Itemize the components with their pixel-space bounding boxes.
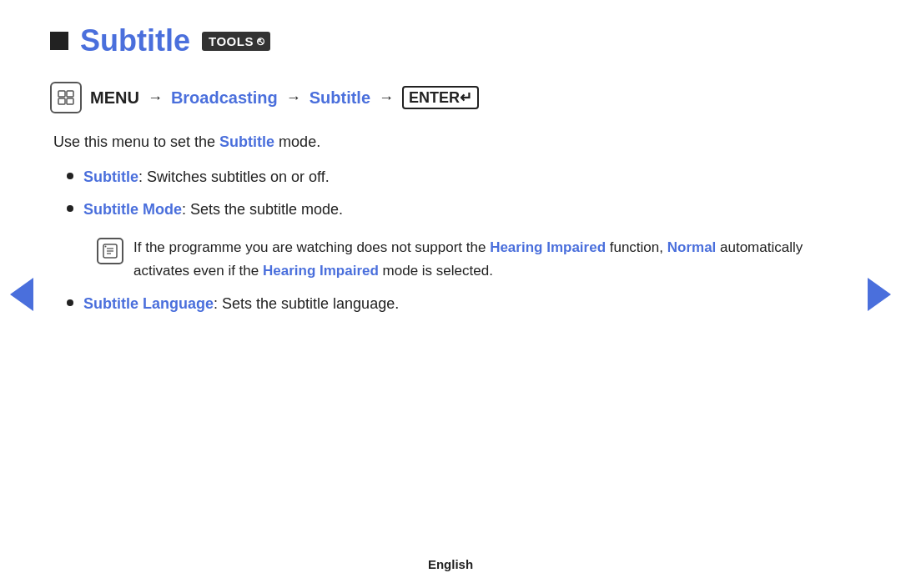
bullet-dot: [67, 173, 73, 179]
menu-icon: [50, 82, 82, 113]
note-hearing-impaired-1: Hearing Impaired: [490, 239, 606, 255]
list-item: Subtitle Mode: Sets the subtitle mode. I…: [67, 199, 834, 283]
footer-language: English: [428, 557, 473, 571]
enter-label: ENTER: [409, 89, 460, 107]
note-hearing-impaired-2: Hearing Impaired: [263, 263, 379, 279]
title-square-icon: [50, 32, 68, 50]
bullet-dot: [67, 205, 73, 212]
svg-point-8: [105, 246, 107, 248]
breadcrumb: MENU → Broadcasting → Subtitle → ENTER↵: [50, 82, 834, 113]
intro-highlight: Subtitle: [219, 133, 274, 150]
intro-before: Use this menu to set the: [53, 133, 219, 150]
breadcrumb-arrow-2: →: [286, 89, 301, 107]
list-item-text: Subtitle Mode: Sets the subtitle mode.: [83, 199, 343, 221]
tools-badge: TOOLS ⎋: [202, 32, 270, 51]
breadcrumb-subtitle: Subtitle: [310, 88, 370, 108]
svg-rect-2: [58, 98, 65, 104]
list-item: Subtitle Language: Sets the subtitle lan…: [67, 293, 834, 315]
list-item-text: Subtitle Language: Sets the subtitle lan…: [83, 293, 399, 315]
intro-text: Use this menu to set the Subtitle mode.: [53, 133, 834, 151]
svg-rect-1: [67, 91, 73, 97]
enter-icon: ↵: [460, 88, 472, 107]
page-title: Subtitle: [80, 23, 190, 58]
list-item: Subtitle: Switches subtitles on or off.: [67, 166, 834, 188]
tools-label: TOOLS: [209, 34, 254, 48]
breadcrumb-arrow-3: →: [379, 89, 394, 107]
note-text: If the programme you are watching does n…: [133, 236, 818, 283]
desc-subtitle: : Switches subtitles on or off.: [138, 168, 330, 185]
breadcrumb-menu-label: MENU: [90, 88, 139, 108]
bullet-list: Subtitle: Switches subtitles on or off. …: [67, 166, 834, 315]
breadcrumb-enter: ENTER↵: [402, 86, 479, 109]
svg-rect-3: [67, 98, 73, 104]
term-subtitle-language: Subtitle Language: [83, 295, 214, 312]
svg-rect-0: [58, 91, 65, 97]
note-normal: Normal: [667, 239, 717, 255]
list-item-text: Subtitle: Switches subtitles on or off.: [83, 166, 330, 188]
breadcrumb-arrow-1: →: [148, 89, 163, 107]
breadcrumb-broadcasting: Broadcasting: [171, 88, 278, 108]
term-subtitle-mode: Subtitle Mode: [83, 201, 182, 218]
intro-after: mode.: [274, 133, 320, 150]
nav-left-arrow[interactable]: [10, 278, 33, 311]
desc-subtitle-mode: : Sets the subtitle mode.: [182, 201, 343, 218]
note-block: If the programme you are watching does n…: [97, 236, 818, 283]
tools-icon: ⎋: [257, 34, 264, 48]
term-subtitle: Subtitle: [83, 168, 138, 185]
nav-right-arrow[interactable]: [868, 278, 891, 311]
desc-subtitle-language: : Sets the subtitle language.: [214, 295, 399, 312]
note-icon: [97, 238, 123, 264]
title-row: Subtitle TOOLS ⎋: [50, 23, 834, 58]
bullet-dot: [67, 299, 73, 306]
